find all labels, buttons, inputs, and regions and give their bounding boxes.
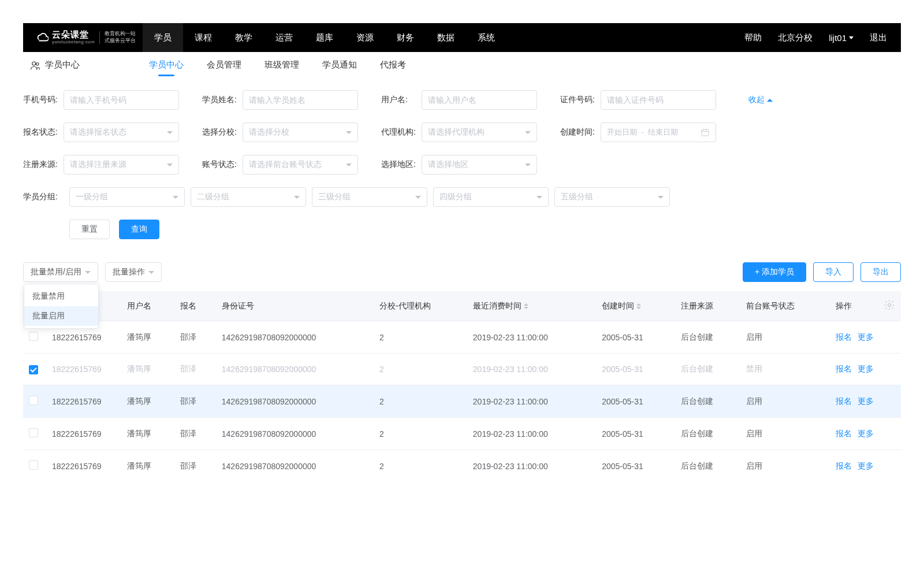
agency-select[interactable]: 请选择代理机构 — [422, 122, 537, 142]
enroll-status-select[interactable]: 请选择报名状态 — [64, 122, 179, 142]
topnav-item[interactable]: 学员 — [143, 23, 183, 52]
logo-brand: 云朵课堂 — [52, 30, 95, 40]
chevron-down-icon — [85, 271, 91, 274]
phone-label: 手机号码: — [23, 95, 64, 105]
topnav-item[interactable]: 财务 — [385, 23, 426, 52]
table-row: 18222615769潘筠厚邵泽142629198708092000000220… — [23, 354, 901, 385]
user-menu[interactable]: lijt01 — [821, 23, 862, 52]
more-link[interactable]: 更多 — [858, 461, 874, 470]
subnav-item[interactable]: 班级管理 — [253, 52, 311, 79]
subnav-item[interactable]: 学员中心 — [137, 52, 195, 79]
more-link[interactable]: 更多 — [858, 396, 874, 406]
chevron-down-icon — [167, 131, 173, 134]
topnav-item[interactable]: 资源 — [345, 23, 385, 52]
topnav-item[interactable]: 数据 — [426, 23, 466, 52]
enroll-link[interactable]: 报名 — [836, 364, 852, 373]
chevron-down-icon — [167, 164, 173, 166]
col-last-spend[interactable]: 最近消费时间 — [467, 291, 596, 321]
branch-label: 选择分校: — [202, 127, 243, 138]
col-created[interactable]: 创建时间 — [596, 291, 675, 321]
cell-idno: 142629198708092000000 — [216, 354, 374, 385]
subnav-item[interactable]: 会员管理 — [195, 52, 253, 79]
name-input[interactable] — [243, 90, 358, 110]
cell-phone: 18222615769 — [46, 354, 121, 385]
section-title: 学员中心 — [45, 60, 80, 70]
topnav-item[interactable]: 教学 — [223, 23, 264, 52]
filter-panel: 手机号码: 学员姓名: 用户名: 证件号码: 收起 报名状态:请选择报名状态 选… — [23, 79, 901, 245]
chevron-down-icon — [148, 271, 154, 274]
more-link[interactable]: 更多 — [858, 429, 874, 438]
cell-branch: 2 — [374, 450, 467, 482]
branch-select[interactable]: 请选择分校 — [243, 122, 358, 142]
more-link[interactable]: 更多 — [858, 332, 874, 341]
enroll-link[interactable]: 报名 — [836, 396, 852, 406]
import-button[interactable]: 导入 — [813, 262, 854, 282]
subnav-item[interactable]: 学员通知 — [311, 52, 368, 79]
row-checkbox[interactable] — [29, 365, 38, 374]
phone-input[interactable] — [64, 90, 179, 110]
group-level-select[interactable]: 三级分组 — [312, 187, 427, 207]
gear-icon[interactable] — [884, 303, 895, 313]
created-daterange[interactable]: 开始日期 - 结束日期 — [601, 122, 716, 142]
sub-nav: 学员中心 学员中心会员管理班级管理学员通知代报考 — [23, 52, 901, 79]
cell-created: 2005-05-31 — [596, 354, 675, 385]
cell-phone: 18222615769 — [46, 418, 121, 450]
cell-created: 2005-05-31 — [596, 321, 675, 354]
row-checkbox[interactable] — [29, 428, 38, 437]
batch-op-dropdown[interactable]: 批量操作 — [105, 262, 162, 282]
group-level-select[interactable]: 四级分组 — [433, 187, 549, 207]
logout-link[interactable]: 退出 — [862, 23, 895, 52]
more-link[interactable]: 更多 — [858, 364, 874, 373]
topnav-item[interactable]: 运营 — [264, 23, 304, 52]
cell-username: 潘筠厚 — [121, 354, 174, 385]
cell-op: 报名更多 — [830, 321, 901, 354]
reset-button[interactable]: 重置 — [69, 220, 110, 239]
region-select[interactable]: 请选择地区 — [422, 155, 537, 174]
topnav-item[interactable]: 题库 — [304, 23, 345, 52]
group-level-select[interactable]: 五级分组 — [554, 187, 670, 207]
cell-idno: 142629198708092000000 — [216, 321, 374, 354]
username-input[interactable] — [422, 90, 537, 110]
topnav-item[interactable]: 课程 — [183, 23, 223, 52]
cell-last-spend: 2019-02-23 11:00:00 — [467, 385, 596, 418]
cell-idno: 142629198708092000000 — [216, 418, 374, 450]
collapse-toggle[interactable]: 收起 — [748, 95, 773, 105]
export-button[interactable]: 导出 — [860, 262, 901, 282]
branch-selector[interactable]: 北京分校 — [770, 23, 821, 52]
cell-phone: 18222615769 — [46, 385, 121, 418]
svg-point-3 — [888, 304, 891, 307]
cell-status: 启用 — [740, 450, 830, 482]
batch-enable-item[interactable]: 批量启用 — [24, 306, 98, 326]
cell-source: 后台创建 — [675, 418, 740, 450]
logo[interactable]: 云朵课堂 yunduoketang.com 教育机构一站 式服务云平台 — [29, 30, 143, 44]
batch-disable-item[interactable]: 批量禁用 — [24, 287, 98, 306]
enroll-link[interactable]: 报名 — [836, 332, 852, 341]
cell-username: 潘筠厚 — [121, 418, 174, 450]
chevron-down-icon — [346, 164, 352, 166]
cell-op: 报名更多 — [830, 450, 901, 482]
cell-enroll: 邵泽 — [174, 450, 215, 482]
region-label: 选择地区: — [381, 159, 422, 170]
cell-branch: 2 — [374, 321, 467, 354]
add-student-button[interactable]: + 添加学员 — [743, 262, 806, 282]
group-level-select[interactable]: 二级分组 — [191, 187, 306, 207]
row-checkbox[interactable] — [29, 460, 38, 470]
search-button[interactable]: 查询 — [119, 220, 159, 239]
reg-source-select[interactable]: 请选择注册来源 — [64, 155, 179, 174]
group-level-select[interactable]: 一级分组 — [69, 187, 185, 207]
sort-icon — [524, 303, 528, 309]
cell-op: 报名更多 — [830, 354, 901, 385]
subnav-item[interactable]: 代报考 — [368, 52, 418, 79]
help-link[interactable]: 帮助 — [736, 23, 770, 52]
batch-toggle-dropdown[interactable]: 批量禁用/启用 批量禁用 批量启用 — [23, 262, 98, 282]
idno-input[interactable] — [601, 90, 716, 110]
chevron-down-icon — [525, 164, 531, 166]
chevron-down-icon — [346, 131, 352, 134]
table-row: 18222615769潘筠厚邵泽142629198708092000000220… — [23, 385, 901, 418]
row-checkbox[interactable] — [29, 396, 38, 405]
enroll-link[interactable]: 报名 — [836, 429, 852, 438]
account-status-select[interactable]: 请选择前台账号状态 — [243, 155, 358, 174]
enroll-link[interactable]: 报名 — [836, 461, 852, 470]
topnav-item[interactable]: 系统 — [466, 23, 506, 52]
row-checkbox[interactable] — [29, 332, 38, 341]
